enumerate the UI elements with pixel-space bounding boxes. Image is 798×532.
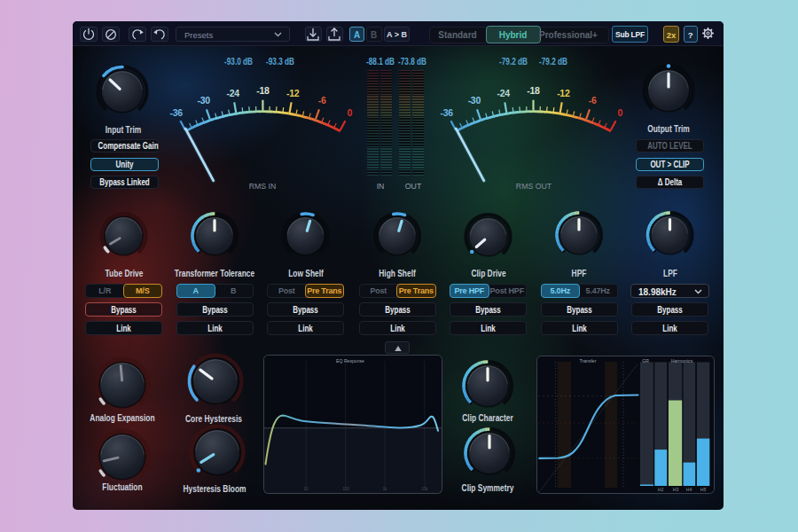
svg-text:-18: -18	[527, 85, 540, 96]
svg-text:-30: -30	[198, 95, 211, 106]
svg-text:-24: -24	[497, 88, 511, 98]
svg-text:-6: -6	[589, 95, 597, 106]
svg-text:-30: -30	[468, 95, 481, 106]
svg-text:-12: -12	[286, 88, 300, 98]
svg-text:0: 0	[347, 107, 352, 118]
svg-text:-36: -36	[441, 107, 454, 118]
svg-text:-18: -18	[256, 85, 270, 96]
svg-text:-24: -24	[226, 88, 239, 98]
svg-text:-12: -12	[557, 88, 570, 98]
svg-text:0: 0	[618, 107, 623, 118]
svg-text:-36: -36	[169, 107, 183, 118]
svg-text:-6: -6	[318, 95, 326, 106]
